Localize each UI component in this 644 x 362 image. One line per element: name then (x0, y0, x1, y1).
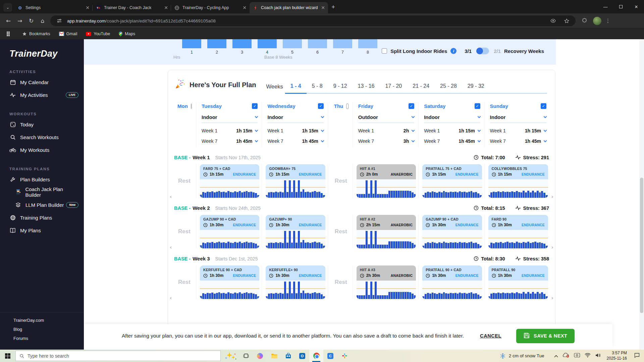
browser-tab-settings[interactable]: ⚙Settings✕ (14, 2, 93, 13)
workout-card-fard-75-cad[interactable]: FARD 75 + CAD1h 15mENDURANCE (200, 164, 259, 198)
sidebar-item-llm-plan-builder[interactable]: LLM Plan BuilderNew (15, 198, 78, 211)
workout-card-fard-90[interactable]: FARD 901h 30mENDURANCE (488, 215, 548, 248)
taskbar-app-file-explorer[interactable] (267, 350, 281, 362)
taskbar-app-copilot[interactable] (253, 350, 267, 362)
trainerday-logo[interactable]: TrainerDay (9, 49, 84, 59)
tab-close-icon[interactable]: ✕ (164, 5, 168, 10)
bookmark-youtube[interactable]: YouTube (86, 32, 110, 37)
week1-duration-select[interactable]: Week 11h 15m (202, 128, 258, 133)
page-scrollbar[interactable] (639, 39, 644, 350)
workout-card-hiit-a-3[interactable]: HIIT A #32h 30mANAEROBIC (357, 265, 416, 299)
home-button[interactable]: ⌂ (37, 15, 48, 26)
day-checkbox-checked[interactable]: ✓ (475, 103, 480, 109)
meet-now-icon[interactable] (574, 353, 580, 359)
week7-duration-select[interactable]: Week 73h (358, 138, 414, 144)
recovery-toggle[interactable] (476, 48, 489, 54)
location-select[interactable]: Indoor (424, 114, 480, 123)
workout-card-collywobbles-75[interactable]: COLLYWOBBLES 751h 15mENDURANCE (488, 164, 548, 198)
wifi-icon[interactable] (585, 353, 591, 359)
taskbar-app-outlook[interactable]: O (295, 350, 309, 362)
workout-card-kerfuffle-90-cad[interactable]: KERFUFFLE 90 + CAD1h 30mENDURANCE (200, 265, 259, 299)
day-checkbox-unchecked[interactable] (346, 104, 348, 109)
weeks-tab-13-16[interactable]: 13 - 16 (353, 83, 380, 93)
site-settings-icon[interactable] (55, 16, 64, 25)
maximize-button[interactable] (613, 0, 629, 13)
location-select[interactable]: Indoor (490, 114, 546, 123)
browser-tab-trainer-day-coach-jack[interactable]: TDTrainer Day - Coach Jack✕ (93, 2, 171, 13)
weeks-tab-29-32[interactable]: 29 - 32 (462, 83, 490, 93)
taskbar-app-code-app[interactable]: C (323, 350, 337, 362)
location-select[interactable]: Indoor (202, 114, 258, 123)
day-checkbox-unchecked[interactable] (191, 104, 192, 109)
week7-duration-select[interactable]: Week 71h 45m (424, 138, 480, 144)
sidebar-item-plan-builders[interactable]: Plan Builders (9, 173, 78, 186)
workout-card-kerfuffle-90[interactable]: KERFUFFLE+ 901h 30mENDURANCE (266, 265, 325, 299)
tray-chevron-icon[interactable] (554, 353, 558, 359)
week7-duration-select[interactable]: Week 71h 45m (202, 138, 258, 144)
minimize-button[interactable]: — (598, 0, 613, 13)
taskbar-search-input[interactable]: Type here to search (15, 351, 221, 361)
weeks-tab-5-8[interactable]: 5 - 8 (307, 83, 328, 93)
footer-link-trainerday-com[interactable]: TrainerDay.com (13, 318, 84, 323)
weeks-tab-1-4[interactable]: 1 - 4 (285, 83, 307, 94)
sidebar-item-my-activities[interactable]: My ActivitiesLIVE (9, 88, 78, 101)
workout-card-hiit-a-1[interactable]: HIIT A #12h 0mANAEROBIC (357, 164, 416, 198)
workout-card-pratfall-90[interactable]: PRATFALL 901h 30mENDURANCE (488, 265, 548, 299)
tab-close-icon[interactable]: ✕ (243, 5, 247, 10)
day-checkbox-checked[interactable]: ✓ (318, 103, 324, 109)
workout-card-gazump-90[interactable]: GAZUMP+ 901h 30mENDURANCE (266, 215, 325, 248)
day-checkbox-checked[interactable]: ✓ (541, 103, 546, 109)
tab-search-button[interactable]: ⌄ (3, 3, 12, 12)
workout-card-hiit-a-2[interactable]: HIIT A #22h 15mANAEROBIC (357, 215, 416, 248)
scroll-left-icon[interactable]: ‹ (170, 244, 172, 250)
sidebar-item-coach-jack-plan-builder[interactable]: Coach Jack Plan Builder (15, 186, 78, 198)
scrollbar-thumb[interactable] (640, 178, 643, 313)
taskbar-app-microsoft-store[interactable] (281, 350, 295, 362)
bookmark-maps[interactable]: Maps (119, 32, 135, 37)
extensions-icon[interactable] (580, 16, 589, 25)
location-select[interactable]: Outdoor (358, 114, 414, 123)
eye-icon[interactable] (549, 16, 557, 25)
scroll-left-icon[interactable]: ‹ (170, 295, 172, 301)
sidebar-item-training-plans[interactable]: Training Plans (9, 211, 78, 224)
sidebar-item-my-workouts[interactable]: My Workouts (9, 143, 78, 156)
weeks-tab-9-12[interactable]: 9 - 12 (328, 83, 353, 93)
workout-card-gazump-90-cad[interactable]: GAZUMP 90 + CAD1h 30mENDURANCE (422, 215, 482, 248)
search-highlights-icon[interactable] (221, 352, 239, 360)
menu-kebab-icon[interactable]: ⋮ (605, 18, 610, 24)
week1-duration-select[interactable]: Week 12h (358, 128, 414, 133)
scroll-right-icon[interactable]: › (551, 244, 553, 250)
workout-card-pratfall-75-cad[interactable]: PRATFALL 75 + CAD1h 15mENDURANCE (422, 164, 482, 198)
workout-card-gazump-90-cad[interactable]: GAZUMP 90 + CAD1h 30mENDURANCE (200, 215, 259, 248)
apps-grid-icon[interactable] (5, 29, 13, 38)
tab-close-icon[interactable]: ✕ (86, 5, 90, 10)
start-button[interactable] (0, 350, 15, 362)
day-checkbox-checked[interactable]: ✓ (409, 103, 414, 109)
profile-avatar[interactable] (593, 17, 601, 25)
taskbar-app-taskview[interactable] (239, 350, 253, 362)
week7-duration-select[interactable]: Week 71h 45m (490, 138, 546, 144)
taskbar-app-slack[interactable] (337, 350, 352, 362)
weeks-tab-21-24[interactable]: 21 - 24 (407, 83, 435, 93)
taskbar-clock[interactable]: 3:57 PM 2025-11-16 (607, 351, 627, 361)
weeks-tab-25-28[interactable]: 25 - 28 (435, 83, 462, 93)
footer-link-blog[interactable]: Blog (13, 327, 84, 332)
volume-icon[interactable] (595, 353, 601, 359)
back-button[interactable]: ← (3, 15, 14, 26)
week1-duration-select[interactable]: Week 11h 15m (424, 128, 480, 133)
weeks-tab-17-20[interactable]: 17 - 20 (380, 83, 407, 93)
browser-tab-coach-jack-plan-builder-wizard[interactable]: Coach jack plan builder wizard✕ (250, 2, 328, 13)
scroll-left-icon[interactable]: ‹ (170, 193, 172, 200)
notification-center-icon[interactable] (634, 353, 640, 359)
sidebar-item-my-plans[interactable]: My Plans (9, 224, 78, 237)
footer-link-forums[interactable]: Forums (13, 336, 84, 341)
new-tab-button[interactable]: + (331, 3, 335, 11)
reload-button[interactable]: ↻ (25, 15, 37, 26)
scroll-right-icon[interactable]: › (551, 295, 553, 301)
workout-card-goombah-75[interactable]: GOOMBAH+ 751h 15mENDURANCE (266, 164, 325, 198)
save-next-button[interactable]: SAVE & NEXT (516, 329, 575, 343)
browser-tab-trainerday-cycling-app[interactable]: TrainerDay - Cycling App✕ (171, 2, 250, 13)
sidebar-item-my-calendar[interactable]: My Calendar (9, 76, 78, 88)
scroll-right-icon[interactable]: › (551, 193, 553, 200)
onedrive-error-icon[interactable] (562, 353, 570, 359)
